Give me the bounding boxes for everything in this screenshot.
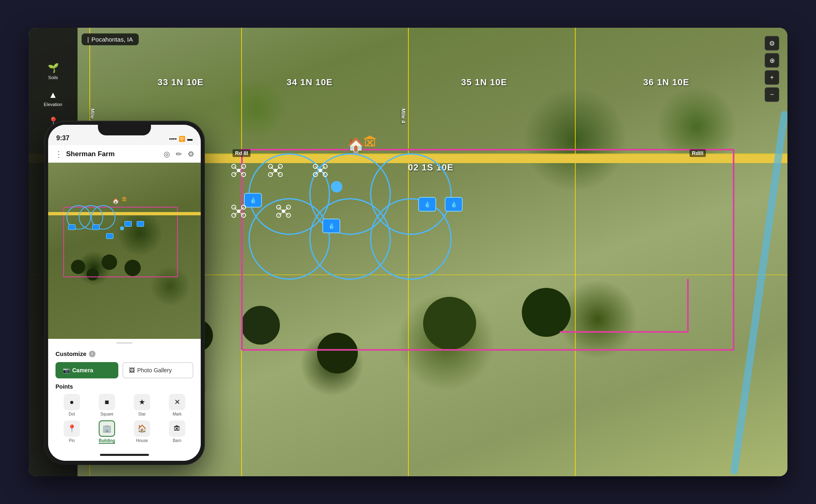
map-container: Rd III Rdlll 33 1N 10E 34 1N 10E 35 1N 1… [29,28,787,476]
info-icon: i [89,351,95,357]
pin-icon: 📍 [64,420,80,437]
drone-icon-1 [228,162,249,179]
customize-buttons: 📷 Camera 🖼 Photo Gallery [55,362,193,378]
phone-device-4 [137,221,144,227]
road-label-rdiii: Rdlll [690,149,706,157]
crop-circle-4 [317,333,358,374]
house-label: House [136,438,148,443]
point-dot[interactable]: ● Dot [55,394,88,416]
device-icon-2: 💧 [418,197,436,212]
svg-rect-45 [282,210,285,213]
phone-device-2 [92,224,100,230]
gallery-icon: 🖼 [129,367,135,374]
phone-notch [98,122,151,135]
phone-farm-name: Sherman Farm [66,150,115,158]
dot-icon: ● [64,394,80,410]
phone-device-3 [124,221,132,227]
star-icon: ★ [134,394,150,410]
phone-map-area: 🏠 🏚 [48,163,201,339]
zoom-out-button[interactable]: − [765,87,779,102]
svg-rect-9 [237,169,240,172]
phone-device-1 [68,224,75,230]
point-mark[interactable]: ✕ Mark [161,394,193,416]
sidebar-label-soils: Soils [48,75,58,80]
customize-section: Customize i 📷 Camera 🖼 Photo Gallery [48,345,201,383]
phone-bottom: Customize i 📷 Camera 🖼 Photo Gallery [48,339,201,449]
section-label-36: 36 1N 10E [643,77,690,88]
dot-label: Dot [69,412,75,416]
points-section: Points ● Dot ■ Square ★ Star [48,383,201,449]
sidebar-item-soils[interactable]: 🌱 Soils [35,60,71,83]
camera-button[interactable]: 📷 Camera [55,362,118,378]
point-pin[interactable]: 📍 Pin [55,420,88,444]
locate-button[interactable]: ⊕ [765,53,779,68]
square-icon: ■ [99,394,115,410]
point-barn[interactable]: 🏚 Barn [161,420,193,444]
svg-rect-27 [319,169,322,172]
gallery-label: Photo Gallery [137,367,172,374]
settings-icon[interactable]: ⚙ [188,150,194,159]
signal-icon: ▪▪▪▪ [169,136,177,142]
phone-house-icon: 🏠 [112,198,119,204]
location-text: Pocahontas, IA [91,36,133,43]
customize-label: Customize [55,350,86,357]
points-label: Points [55,383,193,390]
point-star[interactable]: ★ Star [126,394,158,416]
phone-header-icons: ◎ ✏ ⚙ [164,150,194,159]
svg-rect-36 [237,210,240,213]
pin-label: Pin [69,438,75,443]
phone-status-icons: ▪▪▪▪ 🛜 ▬ [169,136,193,142]
phone-header-left: ⋮ Sherman Farm [55,149,115,159]
home-bar [100,454,149,456]
phone-header: ⋮ Sherman Farm ◎ ✏ ⚙ [48,145,201,163]
phone-barn-icon: 🏚 [122,196,127,203]
drone-icon-4 [228,203,249,219]
drone-icon-2 [265,162,286,179]
square-label: Square [100,412,113,416]
menu-dots[interactable]: ⋮ [55,149,63,159]
building-icon: 🏢 [99,420,115,437]
phone-screen: 9:37 ▪▪▪▪ 🛜 ▬ ⋮ Sherman Farm ◎ ✏ ⚙ [48,125,201,461]
phone-pivot-dot [120,226,124,230]
location-label: | Pocahontas, IA [82,33,139,45]
phone-time: 9:37 [56,135,69,142]
crop-circle-3 [241,306,280,345]
mark-label: Mark [173,412,182,416]
edit-icon[interactable]: ✏ [176,150,182,159]
phone-home-indicator [48,449,201,461]
mile-marker-4: Mile 4 [400,108,406,123]
svg-rect-18 [274,169,277,172]
camera-label: Camera [72,367,93,374]
star-label: Star [138,412,146,416]
camera-icon: 📷 [63,367,70,374]
barn-label: Barn [173,438,181,443]
point-square[interactable]: ■ Square [91,394,123,416]
barn-icon: 🏚 [169,420,185,437]
sidebar-item-elevation[interactable]: ▲ Elevation [35,86,71,110]
mark-icon: ✕ [169,394,185,410]
section-label-35: 35 1N 10E [461,77,507,88]
wifi-icon: 🛜 [179,136,185,142]
location-marker-icon: | [87,36,89,43]
drag-handle [116,342,133,344]
sidebar-label-elevation: Elevation [44,102,62,107]
device-icon-3: 💧 [445,197,463,212]
pivot-dot [331,181,342,192]
phone-overlay: 9:37 ▪▪▪▪ 🛜 ▬ ⋮ Sherman Farm ◎ ✏ ⚙ [45,122,204,464]
section-label-34: 34 1N 10E [286,77,333,88]
settings-button[interactable]: ⚙ [765,36,779,51]
gallery-button[interactable]: 🖼 Photo Gallery [122,362,193,378]
elevation-icon: ▲ [49,90,58,100]
customize-title: Customize i [55,350,193,357]
soils-icon: 🌱 [48,63,59,73]
points-grid-row2: 📍 Pin 🏢 Building 🏠 House 🏚 [55,420,193,444]
point-house[interactable]: 🏠 House [126,420,158,444]
zoom-in-button[interactable]: + [765,70,779,85]
drone-icon-5 [273,203,294,219]
location-pin-icon[interactable]: ◎ [164,150,170,159]
point-building[interactable]: 🏢 Building [91,420,123,444]
section-label-02: 02 1S 10E [408,162,454,173]
crop-circle-5 [423,297,476,350]
barn-icon-orange: 🏚 [363,134,378,151]
map-controls: ⚙ ⊕ + − [765,36,779,102]
